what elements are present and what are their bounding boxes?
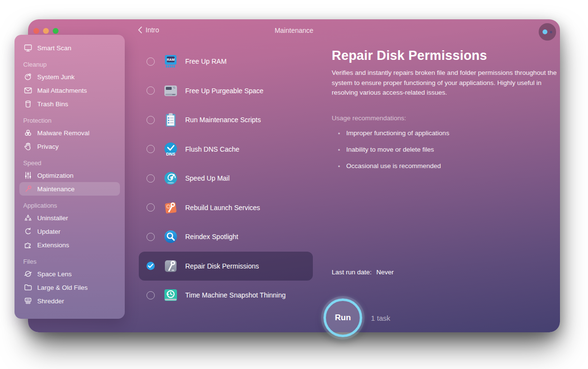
system-junk-icon	[23, 72, 32, 82]
sidebar-item-system-junk[interactable]: System Junk	[19, 70, 120, 84]
sidebar-item-label: Extensions	[37, 241, 69, 249]
sidebar-section-header: Cleanup	[23, 61, 120, 68]
sidebar-item-large-old-files[interactable]: Large & Old Files	[19, 281, 120, 294]
bullet-icon: •	[338, 146, 346, 155]
checkbox-unchecked[interactable]	[147, 203, 155, 212]
checkbox-unchecked[interactable]	[147, 174, 155, 183]
speed-up-mail-icon	[163, 170, 178, 186]
task-row-repair-disk-permissions[interactable]: Repair Disk Permissions	[139, 252, 313, 281]
reindex-spotlight-icon	[163, 229, 178, 244]
detail-description: Verifies and instantly repairs broken fi…	[332, 68, 559, 98]
run-button[interactable]: Run	[323, 298, 362, 337]
task-row-flush-dns-cache[interactable]: DNS Flush DNS Cache	[139, 135, 313, 164]
task-row-run-maintenance-scripts[interactable]: Run Maintenance Scripts	[139, 105, 313, 135]
sidebar-item-updater[interactable]: Updater	[19, 225, 120, 238]
sidebar-item-maintenance[interactable]: Maintenance	[19, 182, 120, 196]
last-run-value: Never	[376, 269, 394, 276]
sidebar-item-label: Privacy	[37, 143, 59, 150]
sidebar-item-malware-removal[interactable]: Malware Removal	[19, 126, 120, 140]
task-label: Time Machine Snapshot Thinning	[185, 291, 286, 299]
usage-item-text: Improper functioning of applications	[346, 129, 449, 138]
sidebar-item-trash-bins[interactable]: Trash Bins	[19, 97, 120, 111]
trash-bins-icon	[23, 99, 32, 109]
maintenance-task-list: RAM Free Up RAM Free Up Purgeable Space	[139, 47, 313, 310]
sidebar-item-label: Mail Attachments	[37, 87, 87, 94]
usage-item-text: Occasional use is recommended	[346, 162, 441, 171]
sidebar-item-smart-scan[interactable]: Smart Scan	[19, 41, 120, 55]
shredder-icon	[23, 297, 32, 306]
assistant-blue-dot-icon	[543, 29, 547, 34]
task-label: Repair Disk Permissions	[185, 262, 259, 270]
sidebar-item-shredder[interactable]: Shredder	[19, 294, 120, 308]
maintenance-icon	[23, 184, 32, 194]
task-label: Run Maintenance Scripts	[185, 116, 261, 124]
optimization-icon	[23, 171, 32, 180]
task-count: 1 task	[371, 314, 390, 322]
checkbox-unchecked[interactable]	[147, 57, 155, 66]
task-label: Rebuild Launch Services	[185, 204, 260, 212]
assistant-button[interactable]	[539, 23, 556, 41]
sidebar-item-label: Maintenance	[37, 185, 74, 193]
checkbox-unchecked[interactable]	[147, 86, 155, 95]
task-row-reindex-spotlight[interactable]: Reindex Spotlight	[139, 222, 313, 252]
usage-item: • Occasional use is recommended	[332, 162, 559, 171]
sidebar-item-label: Trash Bins	[37, 100, 68, 108]
usage-item: • Improper functioning of applications	[332, 129, 559, 138]
run-button-label: Run	[335, 313, 351, 323]
task-row-time-machine-snapshot-thinning[interactable]: Time Machine Snapshot Thinning	[139, 281, 313, 310]
sidebar-item-mail-attachments[interactable]: Mail Attachments	[19, 84, 120, 97]
sidebar-item-label: Optimization	[37, 172, 74, 179]
task-label: Flush DNS Cache	[185, 145, 239, 153]
free-up-purgeable-space-icon	[163, 83, 178, 99]
uninstaller-icon	[23, 213, 32, 223]
sidebar-item-extensions[interactable]: Extensions	[19, 238, 120, 252]
free-up-ram-icon: RAM	[163, 54, 178, 69]
sidebar-item-privacy[interactable]: Privacy	[19, 140, 120, 153]
sidebar-item-label: Large & Old Files	[37, 284, 88, 291]
checkbox-unchecked[interactable]	[147, 233, 155, 241]
detail-title: Repair Disk Permissions	[332, 48, 559, 63]
sidebar-item-space-lens[interactable]: Space Lens	[19, 267, 120, 281]
assistant-small-dot-icon	[550, 31, 552, 33]
checkbox-checked[interactable]	[147, 262, 155, 270]
malware-removal-icon	[23, 128, 32, 138]
sidebar-section-header: Protection	[23, 117, 120, 124]
sidebar-item-label: Malware Removal	[37, 129, 89, 137]
task-detail-panel: Repair Disk Permissions Verifies and ins…	[332, 48, 559, 98]
sidebar-item-optimization[interactable]: Optimization	[19, 169, 120, 182]
task-row-rebuild-launch-services[interactable]: Rebuild Launch Services	[139, 193, 313, 223]
smart-scan-icon	[23, 43, 32, 53]
checkbox-unchecked[interactable]	[147, 291, 155, 299]
checkbox-unchecked[interactable]	[147, 116, 155, 124]
task-row-free-up-ram[interactable]: RAM Free Up RAM	[139, 47, 313, 76]
sidebar-item-label: Space Lens	[37, 270, 72, 278]
space-lens-icon	[23, 270, 32, 279]
checkbox-unchecked[interactable]	[147, 145, 155, 153]
last-run-date: Last run date: Never	[332, 269, 394, 276]
svg-text:RAM: RAM	[167, 58, 175, 61]
task-row-free-up-purgeable-space[interactable]: Free Up Purgeable Space	[139, 76, 313, 106]
task-label: Free Up RAM	[185, 57, 227, 65]
flush-dns-cache-icon: DNS	[163, 142, 178, 157]
usage-title: Usage recommendations:	[332, 114, 559, 122]
task-label: Free Up Purgeable Space	[185, 87, 264, 95]
svg-text:DNS: DNS	[166, 151, 175, 156]
repair-disk-permissions-icon	[163, 258, 178, 274]
window-title: Maintenance	[28, 27, 560, 34]
sidebar-section-header: Speed	[23, 159, 120, 167]
extensions-icon	[23, 241, 32, 250]
rebuild-launch-services-icon	[163, 200, 178, 215]
time-machine-snapshot-thinning-icon	[163, 287, 178, 303]
task-label: Speed Up Mail	[185, 174, 230, 182]
sidebar-item-label: Smart Scan	[37, 44, 72, 52]
task-row-speed-up-mail[interactable]: Speed Up Mail	[139, 164, 313, 193]
usage-item-text: Inability to move or delete files	[346, 146, 434, 155]
sidebar-item-label: Uninstaller	[37, 214, 68, 222]
sidebar-item-label: Updater	[37, 228, 60, 235]
sidebar: Smart Scan Cleanup System Junk Mail Atta…	[15, 35, 125, 319]
bullet-icon: •	[338, 129, 346, 138]
updater-icon	[23, 227, 32, 236]
sidebar-item-uninstaller[interactable]: Uninstaller	[19, 211, 120, 225]
large-old-files-icon	[23, 283, 32, 292]
privacy-icon	[23, 142, 32, 151]
